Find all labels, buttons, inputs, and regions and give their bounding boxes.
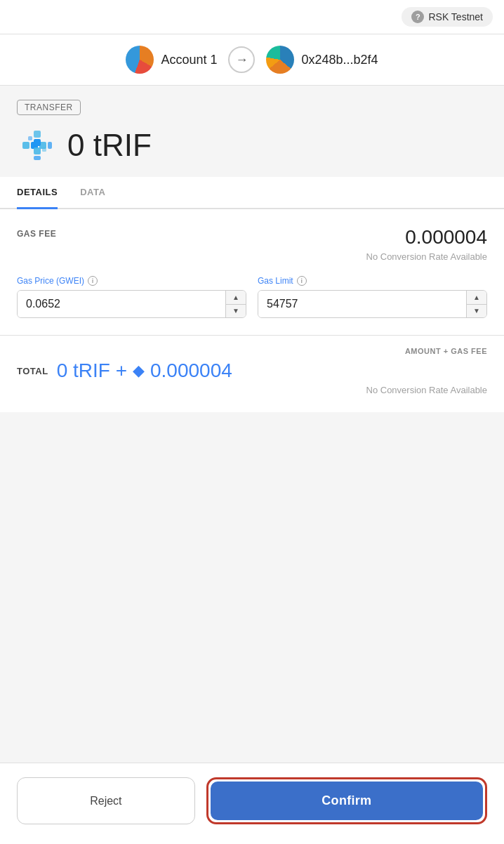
- gas-limit-stepper: ▲ ▼: [466, 291, 486, 317]
- svg-rect-0: [22, 142, 29, 149]
- tab-data[interactable]: DATA: [80, 177, 105, 209]
- total-section: AMOUNT + GAS FEE TOTAL 0 tRIF + ◆ 0.0000…: [17, 336, 487, 412]
- bottom-buttons: Reject Confirm: [0, 763, 504, 844]
- transfer-amount: 0 tRIF: [67, 128, 152, 163]
- svg-rect-8: [42, 147, 46, 152]
- gas-inputs-row: Gas Price (GWEI) i ▲ ▼ Gas Limit i ▲ ▼: [17, 276, 487, 318]
- eth-diamond-icon: ◆: [133, 362, 145, 380]
- confirm-button-wrapper: Confirm: [206, 777, 487, 824]
- svg-rect-7: [34, 156, 41, 160]
- source-account: Account 1: [126, 46, 217, 74]
- gas-limit-info-icon[interactable]: i: [297, 276, 307, 286]
- trif-token-icon: [17, 125, 58, 166]
- gas-price-input[interactable]: [18, 291, 225, 317]
- transfer-arrow: →: [228, 46, 255, 73]
- gas-limit-label: Gas Limit i: [258, 276, 487, 286]
- gas-limit-increment[interactable]: ▲: [467, 291, 486, 305]
- svg-rect-6: [34, 147, 41, 154]
- gas-price-label: Gas Price (GWEI) i: [17, 276, 246, 286]
- gas-limit-group: Gas Limit i ▲ ▼: [258, 276, 487, 318]
- total-no-conversion: No Conversion Rate Available: [17, 385, 487, 395]
- svg-rect-9: [28, 136, 32, 140]
- total-row: TOTAL 0 tRIF + ◆ 0.000004: [17, 360, 487, 382]
- svg-rect-3: [48, 142, 52, 149]
- gas-price-decrement[interactable]: ▼: [226, 305, 246, 318]
- gas-price-stepper: ▲ ▼: [225, 291, 246, 317]
- gas-limit-decrement[interactable]: ▼: [467, 305, 486, 318]
- gas-fee-no-conversion: No Conversion Rate Available: [17, 251, 487, 262]
- total-label: TOTAL: [17, 366, 48, 376]
- gas-limit-input-wrapper: ▲ ▼: [258, 290, 487, 318]
- amount-gas-label: AMOUNT + GAS FEE: [17, 347, 487, 355]
- total-amount: 0 tRIF + ◆ 0.000004: [57, 360, 487, 382]
- gas-price-increment[interactable]: ▲: [226, 291, 246, 305]
- svg-rect-4: [34, 131, 41, 138]
- amount-row: 0 tRIF: [17, 125, 487, 166]
- reject-button[interactable]: Reject: [17, 777, 195, 824]
- destination-address: 0x248b...b2f4: [301, 53, 378, 67]
- total-trif: 0 tRIF +: [57, 360, 127, 382]
- transfer-section: TRANSFER 0 tRIF: [0, 86, 504, 177]
- source-account-name: Account 1: [161, 53, 217, 67]
- network-label: RSK Testnet: [428, 11, 483, 22]
- svg-rect-5: [34, 139, 41, 146]
- network-badge[interactable]: ? RSK Testnet: [402, 7, 493, 27]
- transfer-badge: TRANSFER: [17, 100, 81, 115]
- gas-limit-input[interactable]: [258, 291, 466, 317]
- gas-fee-label: GAS FEE: [17, 229, 56, 239]
- tabs-row: DETAILS DATA: [0, 177, 504, 209]
- account-row: Account 1 → 0x248b...b2f4: [0, 34, 504, 86]
- gas-price-input-wrapper: ▲ ▼: [17, 290, 246, 318]
- gas-fee-row: GAS FEE 0.000004: [17, 226, 487, 249]
- destination-account: 0x248b...b2f4: [266, 46, 378, 74]
- gas-fee-amount: 0.000004: [405, 226, 487, 249]
- gas-price-group: Gas Price (GWEI) i ▲ ▼: [17, 276, 246, 318]
- gas-price-info-icon[interactable]: i: [88, 276, 98, 286]
- details-section: GAS FEE 0.000004 No Conversion Rate Avai…: [0, 209, 504, 412]
- confirm-button[interactable]: Confirm: [211, 782, 483, 820]
- question-icon[interactable]: ?: [411, 11, 424, 23]
- source-avatar: [126, 46, 154, 74]
- total-eth: 0.000004: [150, 360, 232, 382]
- destination-avatar: [266, 46, 294, 74]
- tab-details[interactable]: DETAILS: [17, 177, 58, 209]
- top-bar: ? RSK Testnet: [0, 0, 504, 34]
